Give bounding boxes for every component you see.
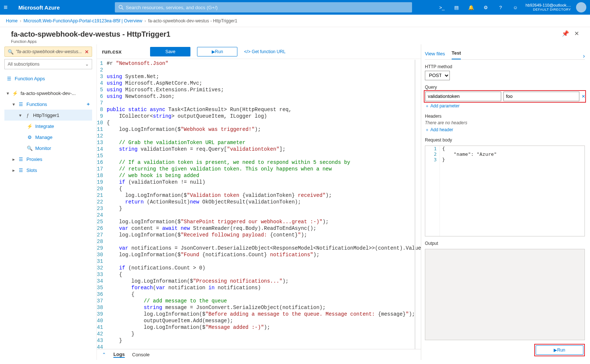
help-icon[interactable]: ?: [493, 0, 508, 15]
breadcrumb-current: fa-acto-spwebhook-dev-westus - HttpTrigg…: [148, 18, 237, 23]
settings-icon[interactable]: ⚙: [478, 0, 493, 15]
sidebar-label: Slots: [26, 168, 37, 173]
get-function-url-link[interactable]: </> Get function URL: [244, 49, 285, 54]
add-param-label: Add parameter: [430, 103, 459, 109]
search-icon: [119, 5, 124, 10]
list-icon: ☰: [18, 102, 24, 107]
function-app-icon: ⚡: [12, 91, 18, 96]
code-editor[interactable]: 1234567891011121314151617181920212223242…: [97, 59, 421, 349]
sidebar-search-text: "fa-acto-spwebhook-dev-westus...: [16, 49, 83, 54]
list-icon: ☰: [18, 157, 24, 162]
query-value-input[interactable]: [503, 92, 579, 101]
top-icons: >_ ▤ 🔔 ⚙ ? ☺ hb92649-110@outlook.... DEF…: [434, 0, 586, 15]
add-parameter-link[interactable]: ＋Add parameter: [425, 103, 585, 109]
http-method-select[interactable]: POST: [425, 71, 450, 80]
close-icon[interactable]: ✕: [574, 30, 579, 37]
editor-column: run.csx Save ▶ Run </> Get function URL …: [97, 44, 421, 360]
headers-label: Headers: [425, 114, 585, 119]
code-text[interactable]: #r "Newtonsoft.Json" using System.Net;us…: [107, 60, 421, 349]
sidebar-label: HttpTrigger1: [33, 113, 59, 118]
sidebar-label: Proxies: [26, 157, 42, 162]
run-highlight: ▶ Run: [534, 344, 585, 356]
global-search-input[interactable]: [126, 5, 408, 10]
add-header-link[interactable]: ＋Add header: [425, 127, 585, 133]
main-layout: 🔍 "fa-acto-spwebhook-dev-westus... ✕ All…: [0, 44, 590, 360]
logs-console-bar: ⌃ Logs Console: [97, 349, 421, 360]
gear-icon: ⚙: [26, 135, 33, 140]
http-method-label: HTTP method: [425, 64, 585, 69]
tab-console[interactable]: Console: [132, 352, 150, 357]
cloud-shell-icon[interactable]: >_: [434, 0, 449, 15]
caret-right-icon: ▸: [12, 168, 18, 173]
output-box: [425, 249, 585, 340]
function-icon: ƒ: [24, 113, 31, 118]
query-label: Query: [425, 85, 585, 90]
tab-logs[interactable]: Logs: [113, 352, 125, 358]
run-button[interactable]: ▶ Run: [197, 47, 237, 56]
hamburger-icon[interactable]: ≡: [4, 4, 11, 11]
right-tabs: View files Test ›: [425, 47, 585, 60]
title-row: fa-acto-spwebhook-dev-westus - HttpTrigg…: [0, 27, 590, 44]
tab-view-files[interactable]: View files: [425, 51, 445, 59]
account-directory: DEFAULT DIRECTORY: [533, 8, 571, 12]
brand: Microsoft Azure: [18, 4, 60, 11]
caret-down-icon: ▾: [7, 91, 12, 96]
svg-point-0: [119, 5, 122, 8]
minimap[interactable]: [414, 60, 416, 349]
global-search[interactable]: [115, 2, 412, 12]
pin-icon[interactable]: 📌: [562, 30, 569, 37]
sidebar-label: Integrate: [35, 124, 54, 129]
request-body-editor[interactable]: 123 { "name": "Azure"}: [425, 146, 585, 237]
run-label: Run: [215, 49, 223, 54]
list-icon: ☰: [18, 168, 24, 173]
body-gutter: 123: [425, 146, 440, 236]
notifications-icon[interactable]: 🔔: [464, 0, 478, 15]
expand-panel-icon[interactable]: ›: [583, 53, 585, 59]
add-icon[interactable]: ＋: [86, 101, 91, 107]
test-panel: View files Test › HTTP method POST Query…: [421, 44, 590, 360]
sidebar-item-slots[interactable]: ▸ ☰ Slots: [4, 165, 92, 176]
list-icon: ☰: [6, 76, 12, 81]
sidebar: 🔍 "fa-acto-spwebhook-dev-westus... ✕ All…: [0, 44, 97, 360]
page-title: fa-acto-spwebhook-dev-westus - HttpTrigg…: [11, 30, 171, 38]
sidebar-item-functions[interactable]: ▾ ☰ Functions ＋: [4, 99, 92, 110]
chevron-icon: ›: [20, 18, 21, 23]
save-button[interactable]: Save: [150, 47, 190, 56]
account-label[interactable]: hb92649-110@outlook.... DEFAULT DIRECTOR…: [522, 3, 574, 12]
body-text[interactable]: { "name": "Azure"}: [440, 146, 497, 236]
add-header-label: Add header: [430, 127, 453, 132]
request-body-label: Request body: [425, 137, 585, 143]
no-headers-text: There are no headers: [425, 120, 585, 125]
caret-right-icon: ▸: [12, 157, 18, 162]
subscription-filter[interactable]: All subscriptions ⌄: [4, 59, 92, 69]
remove-param-icon[interactable]: ✕: [582, 94, 584, 99]
sidebar-item-monitor[interactable]: 🔍 Monitor: [4, 143, 92, 154]
svg-line-1: [122, 8, 123, 10]
search-icon: 🔍: [8, 49, 14, 55]
chevron-icon: ›: [145, 18, 146, 23]
breadcrumb: Home › Microsoft.Web-FunctionApp-Portal-…: [0, 15, 590, 27]
line-gutter: 1234567891011121314151617181920212223242…: [97, 60, 107, 349]
run-label: Run: [557, 348, 565, 353]
query-key-input[interactable]: [425, 92, 501, 101]
directory-filter-icon[interactable]: ▤: [449, 0, 464, 15]
avatar[interactable]: [576, 2, 586, 12]
monitor-icon: 🔍: [26, 146, 33, 151]
sidebar-item-function-apps[interactable]: ☰ Function Apps: [4, 73, 92, 84]
expand-up-icon[interactable]: ⌃: [102, 352, 106, 357]
test-run-button[interactable]: ▶ Run: [536, 345, 583, 355]
sidebar-item-manage[interactable]: ⚙ Manage: [4, 132, 92, 143]
sidebar-item-app[interactable]: ▾ ⚡ fa-acto-spwebhook-dev-...: [4, 88, 92, 99]
feedback-icon[interactable]: ☺: [508, 0, 522, 15]
resource-tree: ☰ Function Apps ▾ ⚡ fa-acto-spwebhook-de…: [4, 73, 92, 176]
sidebar-item-proxies[interactable]: ▸ ☰ Proxies: [4, 154, 92, 165]
breadcrumb-home[interactable]: Home: [6, 18, 18, 23]
breadcrumb-overview[interactable]: Microsoft.Web-FunctionApp-Portal-c19123e…: [23, 18, 142, 23]
sidebar-item-httptrigger[interactable]: ▾ ƒ HttpTrigger1: [4, 110, 92, 121]
clear-icon[interactable]: ✕: [85, 49, 89, 55]
tab-test[interactable]: Test: [452, 50, 461, 59]
sidebar-item-integrate[interactable]: ⚡ Integrate: [4, 121, 92, 132]
top-bar: ≡ Microsoft Azure >_ ▤ 🔔 ⚙ ? ☺ hb92649-1…: [0, 0, 590, 15]
editor-toolbar: run.csx Save ▶ Run </> Get function URL: [97, 44, 421, 59]
sidebar-search-tag[interactable]: 🔍 "fa-acto-spwebhook-dev-westus... ✕: [4, 47, 92, 57]
